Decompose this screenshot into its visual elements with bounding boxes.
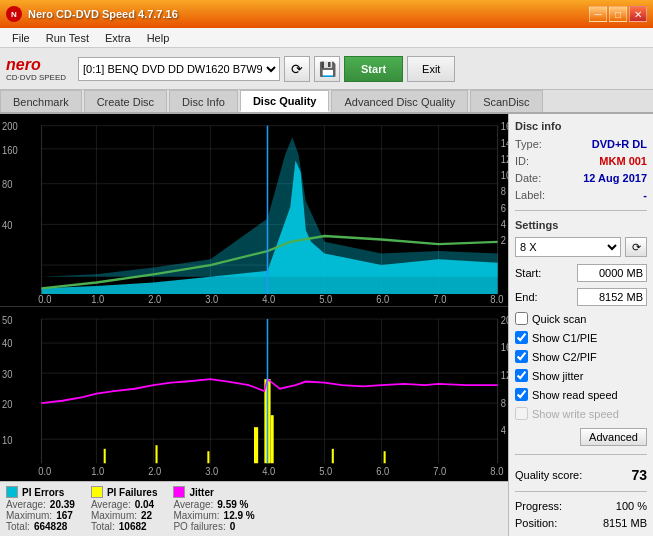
svg-text:10: 10 xyxy=(2,434,13,446)
tab-benchmark[interactable]: Benchmark xyxy=(0,90,82,112)
svg-text:20: 20 xyxy=(2,398,13,410)
svg-text:6.0: 6.0 xyxy=(376,465,389,477)
disc-type-label: Type: xyxy=(515,138,542,150)
svg-rect-59 xyxy=(156,445,158,463)
svg-text:160: 160 xyxy=(2,144,18,156)
menu-help[interactable]: Help xyxy=(139,30,178,46)
svg-text:8.0: 8.0 xyxy=(490,294,503,306)
pi-errors-max-row: Maximum: 167 xyxy=(6,510,75,521)
show-write-speed-checkbox[interactable] xyxy=(515,407,528,420)
quality-score-value: 73 xyxy=(631,467,647,483)
show-write-speed-row: Show write speed xyxy=(515,407,647,420)
disc-date-row: Date: 12 Aug 2017 xyxy=(515,172,647,184)
menu-extra[interactable]: Extra xyxy=(97,30,139,46)
pi-failures-total-value: 10682 xyxy=(119,521,147,532)
speed-selector[interactable]: 8 X 4 X 12 X 16 X xyxy=(515,237,621,257)
show-write-speed-label: Show write speed xyxy=(532,408,619,420)
settings-title: Settings xyxy=(515,219,647,231)
refresh-button[interactable]: ⟳ xyxy=(284,56,310,82)
disc-id-value: MKM 001 xyxy=(599,155,647,167)
minimize-button[interactable]: ─ xyxy=(589,6,607,22)
close-button[interactable]: ✕ xyxy=(629,6,647,22)
disc-date-value: 12 Aug 2017 xyxy=(583,172,647,184)
start-mb-input[interactable] xyxy=(577,264,647,282)
pi-failures-total-row: Total: 10682 xyxy=(91,521,158,532)
advanced-button[interactable]: Advanced xyxy=(580,428,647,446)
svg-text:2.0: 2.0 xyxy=(148,294,161,306)
logo-cdspeed: CD·DVD SPEED xyxy=(6,74,66,82)
svg-rect-62 xyxy=(384,451,386,463)
svg-text:200: 200 xyxy=(2,121,18,133)
pi-failures-max-value: 22 xyxy=(141,510,152,521)
tabs: Benchmark Create Disc Disc Info Disc Qua… xyxy=(0,90,653,114)
right-panel: Disc info Type: DVD+R DL ID: MKM 001 Dat… xyxy=(508,114,653,536)
svg-text:8: 8 xyxy=(501,186,507,198)
main-content: 200 160 80 40 16 14 12 10 8 6 4 2 0.0 1.… xyxy=(0,114,653,536)
jitter-avg-value: 9.59 % xyxy=(217,499,248,510)
svg-text:80: 80 xyxy=(2,179,13,191)
svg-rect-57 xyxy=(254,427,258,463)
tab-disc-info[interactable]: Disc Info xyxy=(169,90,238,112)
drive-selector[interactable]: [0:1] BENQ DVD DD DW1620 B7W9 xyxy=(78,57,280,81)
show-jitter-checkbox[interactable] xyxy=(515,369,528,382)
disc-info-title: Disc info xyxy=(515,120,647,132)
svg-text:2.0: 2.0 xyxy=(148,465,161,477)
svg-text:40: 40 xyxy=(2,337,13,349)
svg-text:7.0: 7.0 xyxy=(433,465,446,477)
quick-scan-checkbox[interactable] xyxy=(515,312,528,325)
menu-file[interactable]: File xyxy=(4,30,38,46)
disc-date-label: Date: xyxy=(515,172,541,184)
save-button[interactable]: 💾 xyxy=(314,56,340,82)
progress-row: Progress: 100 % xyxy=(515,500,647,512)
disc-id-label: ID: xyxy=(515,155,529,167)
pi-errors-total-row: Total: 664828 xyxy=(6,521,75,532)
svg-text:20: 20 xyxy=(501,314,508,326)
position-label: Position: xyxy=(515,517,557,529)
exit-button[interactable]: Exit xyxy=(407,56,455,82)
titlebar-title: Nero CD-DVD Speed 4.7.7.16 xyxy=(28,8,178,20)
svg-text:7.0: 7.0 xyxy=(433,294,446,306)
show-jitter-row: Show jitter xyxy=(515,369,647,382)
upper-chart: 200 160 80 40 16 14 12 10 8 6 4 2 0.0 1.… xyxy=(0,114,508,307)
start-label: Start: xyxy=(515,267,541,279)
menu-run-test[interactable]: Run Test xyxy=(38,30,97,46)
jitter-max-label: Maximum: xyxy=(173,510,219,521)
tab-disc-quality[interactable]: Disc Quality xyxy=(240,90,330,112)
lower-chart-svg: 50 40 30 20 10 20 16 12 8 4 0.0 1.0 2.0 … xyxy=(0,307,508,481)
maximize-button[interactable]: □ xyxy=(609,6,627,22)
tab-scandisc[interactable]: ScanDisc xyxy=(470,90,542,112)
disc-label-row: Label: - xyxy=(515,189,647,201)
end-mb-input[interactable] xyxy=(577,288,647,306)
separator-3 xyxy=(515,491,647,492)
menubar: File Run Test Extra Help xyxy=(0,28,653,48)
svg-text:12: 12 xyxy=(501,369,508,381)
pi-failures-max-row: Maximum: 22 xyxy=(91,510,158,521)
jitter-po-value: 0 xyxy=(230,521,236,532)
jitter-max-row: Maximum: 12.9 % xyxy=(173,510,254,521)
position-row: Position: 8151 MB xyxy=(515,517,647,529)
start-button[interactable]: Start xyxy=(344,56,403,82)
show-read-speed-checkbox[interactable] xyxy=(515,388,528,401)
show-c2pif-checkbox[interactable] xyxy=(515,350,528,363)
quick-scan-row: Quick scan xyxy=(515,312,647,325)
pi-errors-max-label: Maximum: xyxy=(6,510,52,521)
svg-text:5.0: 5.0 xyxy=(319,465,332,477)
jitter-color xyxy=(173,486,185,498)
tab-create-disc[interactable]: Create Disc xyxy=(84,90,167,112)
svg-text:2: 2 xyxy=(501,235,507,247)
separator-2 xyxy=(515,454,647,455)
svg-text:4.0: 4.0 xyxy=(262,465,275,477)
svg-rect-60 xyxy=(207,451,209,463)
settings-refresh-btn[interactable]: ⟳ xyxy=(625,237,647,257)
svg-text:16: 16 xyxy=(501,121,508,133)
pi-errors-avg-value: 20.39 xyxy=(50,499,75,510)
svg-rect-56 xyxy=(271,415,274,463)
svg-text:16: 16 xyxy=(501,342,508,354)
show-c2pif-label: Show C2/PIF xyxy=(532,351,597,363)
show-c1pie-checkbox[interactable] xyxy=(515,331,528,344)
jitter-average-row: Average: 9.59 % xyxy=(173,499,254,510)
svg-text:40: 40 xyxy=(2,220,13,232)
progress-label: Progress: xyxy=(515,500,562,512)
svg-text:14: 14 xyxy=(501,137,508,149)
tab-advanced-disc-quality[interactable]: Advanced Disc Quality xyxy=(331,90,468,112)
